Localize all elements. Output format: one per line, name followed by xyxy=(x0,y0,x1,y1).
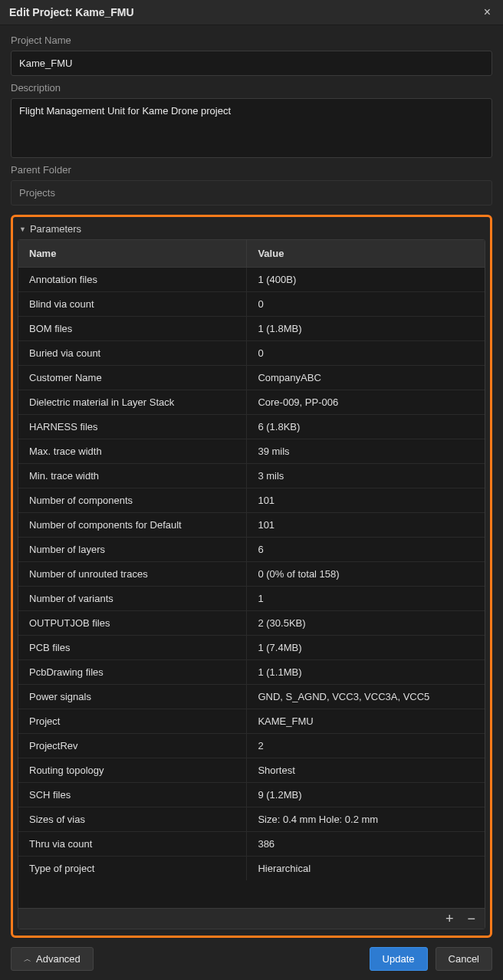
param-name-cell[interactable]: Type of project xyxy=(18,857,247,881)
parameters-header[interactable]: ▼ Parameters xyxy=(18,222,485,239)
param-name-cell[interactable]: BOM files xyxy=(18,317,247,341)
table-row[interactable]: Power signalsGND, S_AGND, VCC3, VCC3A, V… xyxy=(18,685,485,709)
param-name-cell[interactable]: SCH files xyxy=(18,783,247,807)
parent-folder-input[interactable] xyxy=(11,180,492,206)
table-row[interactable]: Dielectric material in Layer StackCore-0… xyxy=(18,390,485,415)
param-name-cell[interactable]: Number of layers xyxy=(18,538,247,562)
table-row[interactable]: Customer NameCompanyABC xyxy=(18,366,485,390)
param-value-cell[interactable]: 386 xyxy=(247,832,485,857)
chevron-up-icon: ︿ xyxy=(24,954,31,965)
table-row[interactable]: Buried via count0 xyxy=(18,341,485,366)
param-value-cell[interactable]: 0 xyxy=(247,341,485,366)
param-value-cell[interactable]: CompanyABC xyxy=(247,366,485,390)
param-value-cell[interactable]: 1 (400B) xyxy=(247,268,485,292)
description-label: Description xyxy=(11,82,492,94)
param-name-cell[interactable]: Number of components for Default xyxy=(18,513,247,538)
param-value-cell[interactable]: 0 xyxy=(247,292,485,317)
param-name-cell[interactable]: Power signals xyxy=(18,685,247,709)
project-name-label: Project Name xyxy=(11,35,492,46)
footer: ︿ Advanced Update Cancel xyxy=(0,938,503,980)
cancel-button[interactable]: Cancel xyxy=(436,947,492,971)
param-name-cell[interactable]: Max. trace width xyxy=(18,439,247,464)
param-value-cell[interactable]: 101 xyxy=(247,513,485,538)
table-row[interactable]: Blind via count0 xyxy=(18,292,485,317)
update-button[interactable]: Update xyxy=(370,947,428,971)
param-value-cell[interactable]: 9 (1.2MB) xyxy=(247,783,485,807)
column-value-header[interactable]: Value xyxy=(247,240,485,268)
table-row[interactable]: Number of components101 xyxy=(18,488,485,513)
param-value-cell[interactable]: 1 (1.8MB) xyxy=(247,317,485,341)
table-row[interactable]: OUTPUTJOB files2 (30.5KB) xyxy=(18,611,485,636)
param-name-cell[interactable]: Number of variants xyxy=(18,587,247,611)
param-value-cell[interactable]: 2 xyxy=(247,734,485,758)
param-value-cell[interactable]: Core-009, PP-006 xyxy=(247,390,485,415)
table-row[interactable]: HARNESS files6 (1.8KB) xyxy=(18,415,485,439)
param-name-cell[interactable]: Routing topology xyxy=(18,758,247,783)
param-name-cell[interactable]: Annotation files xyxy=(18,268,247,292)
param-name-cell[interactable]: PCB files xyxy=(18,636,247,660)
parameters-title: Parameters xyxy=(30,223,81,235)
param-name-cell[interactable]: OUTPUTJOB files xyxy=(18,611,247,636)
param-name-cell[interactable]: Min. trace width xyxy=(18,464,247,488)
close-icon[interactable]: × xyxy=(481,6,494,18)
edit-project-dialog: Edit Project: Kame_FMU × Project Name De… xyxy=(0,0,503,980)
param-name-cell[interactable]: Sizes of vias xyxy=(18,807,247,832)
advanced-label: Advanced xyxy=(36,953,81,965)
param-value-cell[interactable]: 3 mils xyxy=(247,464,485,488)
param-value-cell[interactable]: 1 (1.1MB) xyxy=(247,660,485,685)
param-name-cell[interactable]: Thru via count xyxy=(18,832,247,857)
project-name-input[interactable] xyxy=(11,51,492,76)
param-name-cell[interactable]: ProjectRev xyxy=(18,734,247,758)
param-value-cell[interactable]: KAME_FMU xyxy=(247,709,485,734)
table-row[interactable]: SCH files9 (1.2MB) xyxy=(18,783,485,807)
param-value-cell[interactable]: Size: 0.4 mm Hole: 0.2 mm xyxy=(247,807,485,832)
add-row-icon[interactable]: + xyxy=(442,912,457,926)
titlebar: Edit Project: Kame_FMU × xyxy=(0,0,503,25)
parameters-table: Name Value Annotation files1 (400B)Blind… xyxy=(18,240,485,880)
table-row[interactable]: PCB files1 (7.4MB) xyxy=(18,636,485,660)
window-title: Edit Project: Kame_FMU xyxy=(9,6,134,18)
param-name-cell[interactable]: HARNESS files xyxy=(18,415,247,439)
param-name-cell[interactable]: Number of components xyxy=(18,488,247,513)
table-row[interactable]: ProjectRev2 xyxy=(18,734,485,758)
param-name-cell[interactable]: Blind via count xyxy=(18,292,247,317)
param-value-cell[interactable]: 39 mils xyxy=(247,439,485,464)
param-name-cell[interactable]: Buried via count xyxy=(18,341,247,366)
param-value-cell[interactable]: Hierarchical xyxy=(247,857,485,881)
param-value-cell[interactable]: 1 xyxy=(247,587,485,611)
param-value-cell[interactable]: 6 (1.8KB) xyxy=(247,415,485,439)
param-value-cell[interactable]: 0 (0% of total 158) xyxy=(247,562,485,587)
table-row[interactable]: Annotation files1 (400B) xyxy=(18,268,485,292)
table-row[interactable]: Type of projectHierarchical xyxy=(18,857,485,881)
param-name-cell[interactable]: Project xyxy=(18,709,247,734)
param-name-cell[interactable]: PcbDrawing files xyxy=(18,660,247,685)
table-row[interactable]: Number of unrouted traces0 (0% of total … xyxy=(18,562,485,587)
content-area: Project Name Description Parent Folder ▼… xyxy=(0,25,503,938)
param-value-cell[interactable]: 1 (7.4MB) xyxy=(247,636,485,660)
param-value-cell[interactable]: Shortest xyxy=(247,758,485,783)
param-value-cell[interactable]: 2 (30.5KB) xyxy=(247,611,485,636)
table-row[interactable]: Sizes of viasSize: 0.4 mm Hole: 0.2 mm xyxy=(18,807,485,832)
table-row[interactable]: Min. trace width3 mils xyxy=(18,464,485,488)
table-row[interactable]: PcbDrawing files1 (1.1MB) xyxy=(18,660,485,685)
param-name-cell[interactable]: Customer Name xyxy=(18,366,247,390)
table-row[interactable]: Number of layers6 xyxy=(18,538,485,562)
description-input[interactable] xyxy=(11,98,492,158)
remove-row-icon[interactable]: − xyxy=(464,912,478,926)
param-name-cell[interactable]: Number of unrouted traces xyxy=(18,562,247,587)
table-row[interactable]: Routing topologyShortest xyxy=(18,758,485,783)
param-value-cell[interactable]: GND, S_AGND, VCC3, VCC3A, VCC5 xyxy=(247,685,485,709)
param-value-cell[interactable]: 6 xyxy=(247,538,485,562)
param-name-cell[interactable]: Dielectric material in Layer Stack xyxy=(18,390,247,415)
table-row[interactable]: Number of variants1 xyxy=(18,587,485,611)
parameters-toolbar: + − xyxy=(18,908,485,929)
table-row[interactable]: Number of components for Default101 xyxy=(18,513,485,538)
table-row[interactable]: Max. trace width39 mils xyxy=(18,439,485,464)
table-row[interactable]: Thru via count386 xyxy=(18,832,485,857)
advanced-button[interactable]: ︿ Advanced xyxy=(11,947,94,971)
table-row[interactable]: BOM files1 (1.8MB) xyxy=(18,317,485,341)
column-name-header[interactable]: Name xyxy=(18,240,247,268)
param-value-cell[interactable]: 101 xyxy=(247,488,485,513)
parameters-section: ▼ Parameters Name Value Annotation files… xyxy=(11,215,492,938)
table-row[interactable]: ProjectKAME_FMU xyxy=(18,709,485,734)
